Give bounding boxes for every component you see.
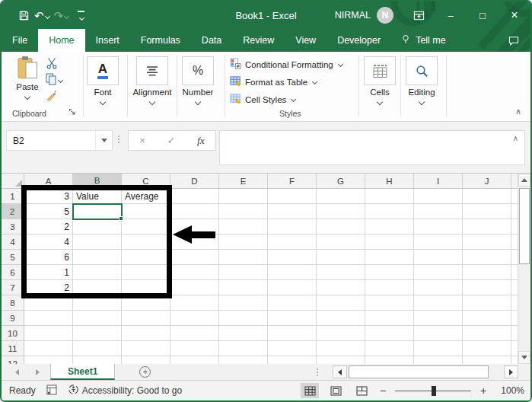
cell-E1[interactable] [219, 189, 268, 204]
cell-E6[interactable] [219, 265, 268, 280]
cell-D11[interactable] [170, 341, 219, 356]
undo-button[interactable]: ↶ [34, 10, 49, 21]
editing-dropdown-icon[interactable] [419, 99, 425, 105]
tab-file[interactable]: File [2, 29, 38, 52]
cell-E2[interactable] [219, 204, 268, 219]
scroll-down-icon[interactable] [518, 351, 530, 364]
column-header-D[interactable]: D [170, 174, 219, 189]
column-header-F[interactable]: F [268, 174, 317, 189]
cell-H5[interactable] [365, 250, 414, 265]
cell-J1[interactable] [463, 189, 511, 204]
cell-H2[interactable] [365, 204, 414, 219]
cell-D8[interactable] [170, 295, 219, 311]
cell-F1[interactable] [268, 189, 317, 204]
cell-D10[interactable] [170, 326, 219, 341]
user-name[interactable]: NIRMAL [335, 10, 371, 21]
horizontal-scrollbar-thumb[interactable] [349, 365, 489, 378]
cell-styles-button[interactable]: Cell Styles [230, 91, 342, 108]
cell-H12[interactable] [365, 356, 414, 364]
cell-F7[interactable] [268, 280, 317, 295]
avatar[interactable]: N [377, 7, 393, 24]
cell-I8[interactable] [414, 295, 463, 311]
copy-button[interactable] [46, 72, 62, 85]
row-header-12[interactable]: 12 [2, 356, 24, 364]
column-header-G[interactable]: G [317, 174, 365, 189]
enter-icon[interactable]: ✓ [167, 135, 175, 146]
font-group-button[interactable]: A Font [85, 56, 120, 104]
cell-D12[interactable] [170, 356, 219, 364]
close-button[interactable]: × [499, 2, 530, 29]
cell-J11[interactable] [463, 341, 511, 356]
cell-J9[interactable] [463, 311, 511, 326]
maximize-button[interactable]: □ [467, 2, 499, 29]
cell-F11[interactable] [268, 341, 317, 356]
cell-styles-dropdown-icon[interactable] [291, 97, 296, 102]
cell-E12[interactable] [219, 356, 268, 364]
alignment-dropdown-icon[interactable] [149, 99, 155, 105]
cell-J8[interactable] [463, 295, 511, 311]
cell-B9[interactable] [73, 311, 122, 326]
cell-H11[interactable] [365, 341, 414, 356]
formula-bar-collapse-icon[interactable]: ∧ [513, 134, 518, 142]
cell-F2[interactable] [268, 204, 317, 219]
row-header-11[interactable]: 11 [2, 341, 24, 356]
cell-I2[interactable] [414, 204, 463, 219]
cell-J2[interactable] [463, 204, 511, 219]
cell-F6[interactable] [268, 265, 317, 280]
insert-function-icon[interactable]: fx [197, 135, 205, 147]
cell-E8[interactable] [219, 295, 268, 311]
cell-H7[interactable] [365, 280, 414, 295]
previous-sheet-icon[interactable] [15, 369, 19, 375]
tab-developer[interactable]: Developer [327, 29, 391, 52]
cell-G7[interactable] [317, 280, 365, 295]
cell-D6[interactable] [170, 265, 219, 280]
cell-J6[interactable] [463, 265, 511, 280]
cell-G12[interactable] [317, 356, 365, 364]
customize-qat-icon[interactable] [78, 11, 84, 20]
cut-button[interactable] [46, 56, 62, 69]
paste-dropdown-icon[interactable] [24, 94, 30, 100]
tab-data[interactable]: Data [191, 29, 232, 52]
cell-I1[interactable] [414, 189, 463, 204]
cell-C12[interactable] [122, 356, 170, 364]
cell-F12[interactable] [268, 356, 317, 364]
cell-G3[interactable] [317, 219, 365, 234]
number-group-button[interactable]: % Number [180, 56, 215, 104]
cell-H4[interactable] [365, 234, 414, 250]
tab-home[interactable]: Home [38, 29, 84, 52]
cell-B10[interactable] [73, 326, 122, 341]
row-header-9[interactable]: 9 [2, 311, 24, 326]
macro-record-icon[interactable] [46, 384, 57, 397]
zoom-out-icon[interactable]: − [378, 384, 387, 397]
page-break-preview-icon[interactable] [352, 383, 371, 398]
cell-I9[interactable] [414, 311, 463, 326]
cell-J7[interactable] [463, 280, 511, 295]
alignment-group-button[interactable]: Alignment [131, 56, 174, 104]
vertical-scrollbar[interactable] [518, 174, 530, 364]
cell-G11[interactable] [317, 341, 365, 356]
conditional-formatting-dropdown-icon[interactable] [338, 62, 343, 67]
cell-F10[interactable] [268, 326, 317, 341]
cell-G4[interactable] [317, 234, 365, 250]
zoom-slider-thumb[interactable] [432, 386, 436, 396]
cells-group-button[interactable]: Cells [362, 56, 397, 104]
cell-E7[interactable] [219, 280, 268, 295]
cell-J12[interactable] [463, 356, 511, 364]
cell-F3[interactable] [268, 219, 317, 234]
cell-D2[interactable] [170, 204, 219, 219]
conditional-formatting-button[interactable]: Conditional Formatting [230, 56, 342, 73]
collapse-ribbon-icon[interactable]: ∧ [515, 107, 521, 116]
cell-D1[interactable] [170, 189, 219, 204]
cell-A11[interactable] [24, 341, 73, 356]
new-sheet-icon[interactable]: + [139, 366, 151, 378]
cell-H9[interactable] [365, 311, 414, 326]
name-box[interactable]: B2 [6, 130, 113, 151]
formula-input[interactable] [219, 130, 525, 165]
cell-B12[interactable] [73, 356, 122, 364]
tab-view[interactable]: View [285, 29, 327, 52]
column-header-J[interactable]: J [463, 174, 511, 189]
cell-I11[interactable] [414, 341, 463, 356]
cell-E10[interactable] [219, 326, 268, 341]
cell-D5[interactable] [170, 250, 219, 265]
cell-F9[interactable] [268, 311, 317, 326]
